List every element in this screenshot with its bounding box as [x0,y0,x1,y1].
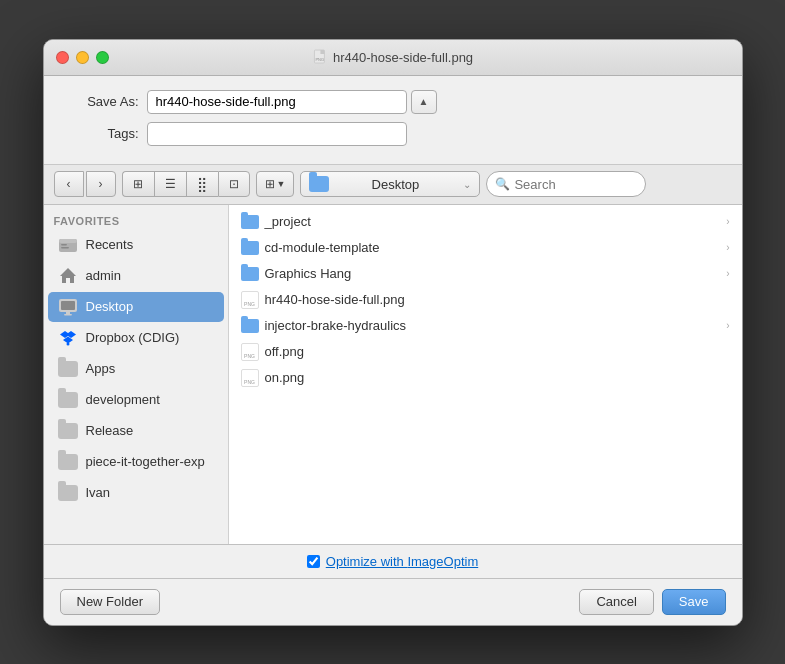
save-as-row: Save As: ▲ [64,90,722,114]
sidebar-item-label-dropbox: Dropbox (CDIG) [86,330,180,345]
sidebar: Favorites Recents [44,205,229,544]
nav-buttons: ‹ › [54,171,116,197]
action-icon: ⊞ [265,177,275,191]
tags-row: Tags: [64,122,722,146]
back-icon: ‹ [67,177,71,191]
form-area: Save As: ▲ Tags: [44,76,742,165]
save-as-label: Save As: [64,94,139,109]
folder-icon [241,267,259,281]
sidebar-item-desktop[interactable]: Desktop [48,292,224,322]
sidebar-item-development[interactable]: development [48,385,224,415]
minimize-button[interactable] [76,51,89,64]
recents-icon [58,235,78,255]
view-columns-button[interactable]: ⣿ [186,171,218,197]
optimize-checkbox[interactable] [307,555,320,568]
png-icon [241,343,259,361]
location-chevron-icon: ⌄ [463,179,471,190]
sidebar-item-dropbox[interactable]: Dropbox (CDIG) [48,323,224,353]
file-item-project[interactable]: _project › [229,209,742,235]
optimize-bar: Optimize with ImageOptim [44,545,742,579]
sidebar-item-label-piece-it: piece-it-together-exp [86,454,205,469]
file-name-off: off.png [265,344,305,359]
png-icon [241,369,259,387]
new-folder-button[interactable]: New Folder [60,589,160,615]
view-buttons: ⊞ ☰ ⣿ ⊡ [122,171,250,197]
window-title: PNG hr440-hose-side-full.png [312,49,473,65]
maximize-button[interactable] [96,51,109,64]
sidebar-item-label-recents: Recents [86,237,134,252]
svg-rect-4 [59,239,77,243]
folder-icon [241,319,259,333]
sidebar-item-label-ivan: Ivan [86,485,111,500]
chevron-icon: › [726,320,729,331]
location-dropdown[interactable]: Desktop ⌄ [300,171,480,197]
sidebar-item-ivan[interactable]: Ivan [48,478,224,508]
file-name-graphics: Graphics Hang [265,266,352,281]
sidebar-item-label-release: Release [86,423,134,438]
save-button[interactable]: Save [662,589,726,615]
development-folder-icon [58,390,78,410]
view-icon-button[interactable]: ⊞ [122,171,154,197]
sidebar-item-recents[interactable]: Recents [48,230,224,260]
action-chevron-icon: ▼ [277,179,286,189]
sidebar-item-piece-it[interactable]: piece-it-together-exp [48,447,224,477]
file-item-cd-module[interactable]: cd-module-template › [229,235,742,261]
chevron-icon: › [726,242,729,253]
save-dialog-window: PNG hr440-hose-side-full.png Save As: ▲ … [43,39,743,626]
chevron-icon: › [726,216,729,227]
tags-input[interactable] [147,122,407,146]
desktop-icon [58,297,78,317]
view-coverflow-button[interactable]: ⊡ [218,171,250,197]
search-input[interactable] [514,177,637,192]
file-item-graphics[interactable]: Graphics Hang › [229,261,742,287]
file-item-on[interactable]: on.png [229,365,742,391]
home-icon [58,266,78,286]
forward-icon: › [99,177,103,191]
coverflow-icon: ⊡ [229,177,239,191]
sidebar-item-release[interactable]: Release [48,416,224,446]
file-item-hr440[interactable]: hr440-hose-side-full.png [229,287,742,313]
svg-rect-8 [61,301,75,310]
file-item-off[interactable]: off.png [229,339,742,365]
folder-icon [241,215,259,229]
sidebar-section-header: Favorites [44,209,228,229]
svg-rect-9 [66,312,70,314]
png-icon [241,291,259,309]
piece-it-folder-icon [58,452,78,472]
optimize-label-prefix: Optimize with [326,554,408,569]
tags-label: Tags: [64,126,139,141]
apps-folder-icon [58,359,78,379]
file-name-on: on.png [265,370,305,385]
view-list-button[interactable]: ☰ [154,171,186,197]
main-area: Favorites Recents [44,205,742,545]
close-button[interactable] [56,51,69,64]
sidebar-item-label-apps: Apps [86,361,116,376]
imageoptim-link[interactable]: ImageOptim [407,554,478,569]
release-folder-icon [58,421,78,441]
sidebar-item-admin[interactable]: admin [48,261,224,291]
file-name-cd-module: cd-module-template [265,240,380,255]
svg-text:PNG: PNG [315,57,324,62]
location-folder-icon [309,176,329,192]
forward-button[interactable]: › [86,171,116,197]
buttons-bar: New Folder Cancel Save [44,579,742,625]
sidebar-item-label-admin: admin [86,268,121,283]
action-buttons-right: Cancel Save [579,589,725,615]
sidebar-item-label-desktop: Desktop [86,299,134,314]
chevron-icon: › [726,268,729,279]
back-button[interactable]: ‹ [54,171,84,197]
optimize-label: Optimize with ImageOptim [326,554,478,569]
svg-rect-5 [61,244,67,246]
action-button[interactable]: ⊞ ▼ [256,171,295,197]
search-box[interactable]: 🔍 [486,171,646,197]
sidebar-item-apps[interactable]: Apps [48,354,224,384]
file-name-hr440: hr440-hose-side-full.png [265,292,405,307]
save-as-input[interactable] [147,90,407,114]
chevron-up-icon: ▲ [419,96,429,107]
columns-icon: ⣿ [197,176,207,192]
expand-button[interactable]: ▲ [411,90,437,114]
location-label: Desktop [372,177,420,192]
file-item-injector[interactable]: injector-brake-hydraulics › [229,313,742,339]
cancel-button[interactable]: Cancel [579,589,653,615]
file-name-project: _project [265,214,311,229]
